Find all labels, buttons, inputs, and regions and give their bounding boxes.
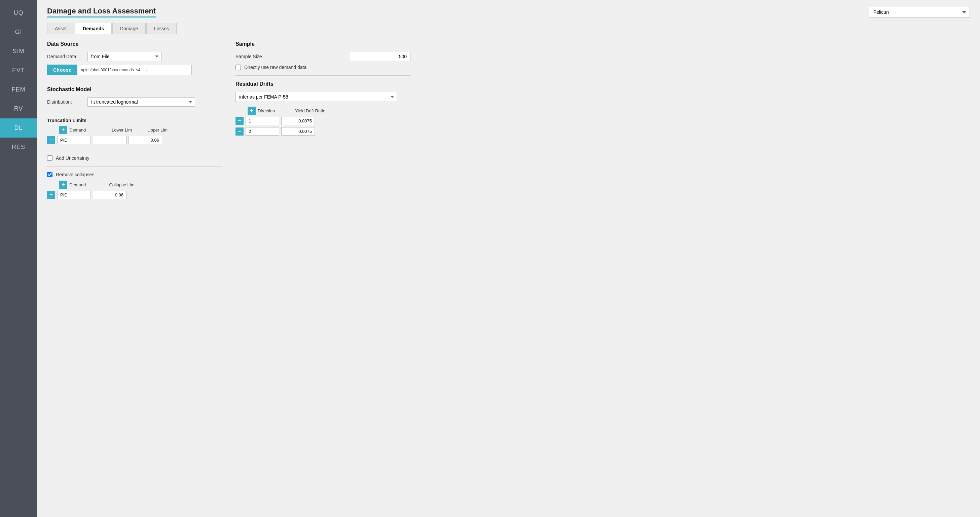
stochastic-model-title: Stochastic Model (47, 86, 222, 92)
choose-row: Choose nples/pbdl-0001/src/demands_s4.cs… (47, 65, 222, 75)
residual-remove-button-2[interactable]: − (235, 127, 243, 135)
residual-yield-1[interactable] (281, 117, 315, 125)
divider-4 (47, 166, 222, 167)
residual-select-wrapper: infer as per FEMA P-58do not infer (235, 92, 410, 102)
divider-3 (47, 150, 222, 150)
residual-col-yield: Yield Drift Ratio (293, 108, 327, 113)
collapse-lim-1[interactable] (93, 191, 127, 199)
sidebar: UQ GI SIM EVT FEM RV DL RES (0, 0, 37, 517)
sample-title: Sample (235, 41, 410, 47)
collapse-col-lim: Collapse Lim (105, 182, 138, 187)
remove-collapses-row: Remove collapses (47, 172, 222, 177)
table-row: − (47, 136, 222, 144)
truncation-demand-1[interactable] (57, 136, 91, 144)
residual-remove-button-1[interactable]: − (235, 117, 243, 125)
residual-col-direction: Direction (258, 108, 291, 113)
trunc-col-lower: Lower Lim (105, 127, 138, 132)
collapse-col-demand: Demand (69, 182, 103, 187)
truncation-upper-1[interactable] (129, 136, 162, 144)
truncation-limits-title: Truncation Limits (47, 118, 222, 123)
tab-damage[interactable]: Damage (112, 23, 146, 34)
collapse-remove-button-1[interactable]: − (47, 191, 55, 199)
trunc-col-demand: Demand (69, 127, 103, 132)
sidebar-item-evt[interactable]: EVT (0, 61, 37, 80)
collapse-header-row: + Demand Collapse Lim (59, 181, 222, 189)
remove-collapses-checkbox[interactable] (47, 172, 52, 177)
page-title: Damage and Loss Assessment (47, 7, 156, 16)
data-source-title: Data Source (47, 41, 222, 47)
residual-direction-2[interactable] (246, 127, 279, 135)
collapse-demand-1[interactable] (57, 191, 91, 199)
remove-collapses-label: Remove collapses (56, 172, 94, 177)
header-title-block: Damage and Loss Assessment (47, 7, 156, 17)
divider-1 (47, 81, 222, 81)
residual-header-row: + Direction Yield Drift Ratio (248, 107, 410, 115)
divider-2 (47, 112, 222, 112)
sample-size-input[interactable] (350, 52, 410, 61)
residual-table-row-2: − (235, 127, 410, 135)
sidebar-item-dl[interactable]: DL (0, 118, 37, 138)
raw-demand-checkbox[interactable] (235, 65, 241, 70)
sample-size-label: Sample Size (235, 54, 347, 59)
choose-button[interactable]: Choose (47, 65, 77, 75)
sidebar-item-res[interactable]: RES (0, 138, 37, 157)
truncation-lower-1[interactable] (93, 136, 127, 144)
sidebar-item-sim[interactable]: SIM (0, 42, 37, 61)
demand-data-label: Demand Data: (47, 54, 84, 59)
raw-demand-row: Directly use raw demand data (235, 65, 410, 70)
sample-size-row: Sample Size (235, 52, 410, 61)
add-uncertainty-label: Add Uncertainty (56, 155, 89, 161)
sidebar-item-fem[interactable]: FEM (0, 80, 37, 99)
residual-yield-2[interactable] (281, 127, 315, 135)
distribution-row: Distribution: fit truncated lognormalfit… (47, 97, 222, 107)
left-panel: Data Source Demand Data: from Filefrom S… (47, 41, 222, 201)
trunc-col-upper: Upper Lim (141, 127, 174, 132)
residual-add-button[interactable]: + (248, 107, 256, 115)
truncation-remove-button-1[interactable]: − (47, 136, 55, 144)
sidebar-item-uq[interactable]: UQ (0, 3, 37, 22)
tab-demands[interactable]: Demands (75, 23, 112, 34)
demand-data-row: Demand Data: from Filefrom Simulation (47, 52, 222, 61)
add-uncertainty-checkbox[interactable] (47, 155, 52, 161)
header-underline (47, 16, 156, 17)
residual-table-row-1: − (235, 117, 410, 125)
residual-direction-1[interactable] (246, 117, 279, 125)
tab-losses[interactable]: Losses (146, 23, 177, 34)
header: Damage and Loss Assessment PelicunPelicu… (47, 7, 970, 17)
method-select-wrapper: PelicunPelicunPBE (869, 7, 970, 17)
tabs: Asset Demands Damage Losses (47, 23, 970, 34)
distribution-select[interactable]: fit truncated lognormalfit lognormalfit … (88, 97, 195, 107)
collapse-section: + Demand Collapse Lim − (47, 181, 222, 199)
main-content: Damage and Loss Assessment PelicunPelicu… (37, 0, 980, 517)
content-area: Data Source Demand Data: from Filefrom S… (47, 41, 970, 201)
truncation-header-row: + Demand Lower Lim Upper Lim (59, 126, 222, 134)
residual-method-select[interactable]: infer as per FEMA P-58do not infer (235, 92, 397, 102)
file-path-display: nples/pbdl-0001/src/demands_s4.csv (77, 65, 192, 75)
residual-drifts-title: Residual Drifts (235, 81, 410, 87)
collapse-add-button[interactable]: + (59, 181, 67, 189)
divider-5 (235, 75, 410, 76)
add-uncertainty-row: Add Uncertainty (47, 155, 222, 161)
truncation-add-button[interactable]: + (59, 126, 67, 134)
distribution-label: Distribution: (47, 99, 84, 105)
right-panel: Sample Sample Size Directly use raw dema… (235, 41, 410, 201)
sidebar-item-rv[interactable]: RV (0, 99, 37, 118)
method-select[interactable]: PelicunPelicunPBE (869, 7, 970, 17)
tab-asset[interactable]: Asset (47, 23, 74, 34)
collapse-table-row: − (47, 191, 222, 199)
sidebar-item-gi[interactable]: GI (0, 22, 37, 42)
raw-demand-label: Directly use raw demand data (244, 65, 307, 70)
demand-data-select[interactable]: from Filefrom Simulation (88, 52, 161, 61)
